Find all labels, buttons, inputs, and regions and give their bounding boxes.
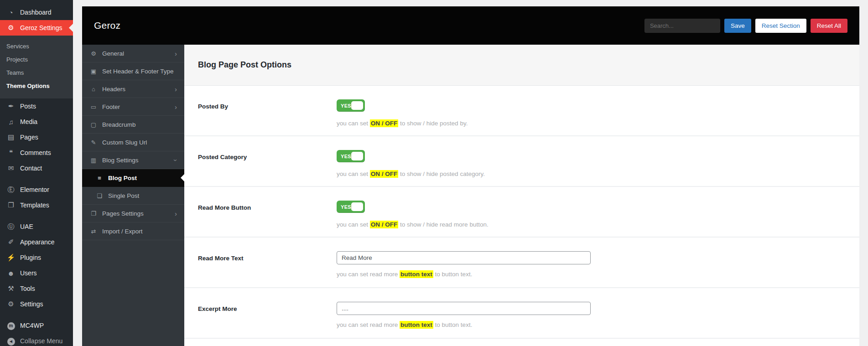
topbar-actions: Save Reset Section Reset All bbox=[645, 19, 847, 33]
footer-icon: ▭ bbox=[89, 103, 98, 110]
toggle-on-label: YES bbox=[341, 204, 351, 210]
sidebar-item-appearance[interactable]: ✐Appearance bbox=[0, 234, 73, 250]
sidebar-item-settings[interactable]: ⚙Settings bbox=[0, 296, 73, 312]
option-control: YESyou can set ON / OFF to show / hide r… bbox=[337, 201, 846, 237]
sidebar-item-tools[interactable]: ⚒Tools bbox=[0, 281, 73, 296]
options-nav-item-general[interactable]: ⚙General› bbox=[82, 45, 184, 62]
submenu-item-services[interactable]: Services bbox=[0, 40, 73, 53]
chevron-right-icon: › bbox=[175, 50, 177, 57]
options-nav-item-label: General bbox=[102, 50, 124, 57]
options-nav-item-footer[interactable]: ▭Footer› bbox=[82, 98, 184, 116]
toggle-knob bbox=[351, 152, 363, 160]
options-nav-item-headers[interactable]: ⌂Headers› bbox=[82, 80, 184, 98]
gear-icon: ⚙ bbox=[6, 24, 16, 32]
collapse-icon: ◄ bbox=[6, 336, 16, 346]
sidebar-item-elementor[interactable]: ⒺElementor bbox=[0, 182, 73, 197]
reset-all-button[interactable]: Reset All bbox=[811, 19, 847, 33]
submenu-item-teams[interactable]: Teams bbox=[0, 66, 73, 79]
geroz-settings-submenu: ServicesProjectsTeamsTheme Options bbox=[0, 36, 73, 98]
list-icon: ≡ bbox=[95, 175, 104, 181]
options-nav-item-custom-slug-url[interactable]: ✎Custom Slug Url bbox=[82, 134, 184, 151]
option-control: YESyou can set ON / OFF to show / hide p… bbox=[337, 150, 846, 186]
mc4wp-icon: m bbox=[7, 322, 15, 330]
options-nav-item-blog-post[interactable]: ≡Blog Post bbox=[82, 169, 184, 187]
book-icon: ▥ bbox=[89, 157, 98, 164]
description-text: you can set bbox=[337, 170, 370, 177]
toggle-read-more-button[interactable]: YES bbox=[337, 201, 365, 213]
options-nav-item-label: Blog Post bbox=[108, 175, 137, 181]
collapse-icon: ◄ bbox=[7, 338, 15, 346]
option-control: YESyou can set ON / OFF to show / hide p… bbox=[337, 99, 846, 135]
options-nav-item-import-export[interactable]: ⇄Import / Export bbox=[82, 222, 184, 240]
toggle-knob bbox=[351, 101, 363, 110]
reset-section-button[interactable]: Reset Section bbox=[755, 19, 806, 33]
panel-body: ⚙General›▣Set Header & Footer Type⌂Heade… bbox=[82, 45, 859, 346]
description-highlight: button text bbox=[400, 321, 433, 329]
save-button[interactable]: Save bbox=[724, 19, 751, 33]
chevron-right-icon: › bbox=[175, 85, 177, 93]
description-highlight: button text bbox=[400, 270, 433, 278]
sidebar-item-media[interactable]: ♫Media bbox=[0, 114, 73, 129]
option-label: Read More Button bbox=[198, 201, 337, 237]
options-nav-item-breadcrumb[interactable]: ▢Breadcrumb bbox=[82, 116, 184, 134]
sidebar-gap bbox=[0, 213, 73, 219]
excerpt-more-input[interactable] bbox=[337, 302, 591, 315]
panel-topbar: Geroz Save Reset Section Reset All bbox=[82, 6, 859, 45]
options-nav-item-label: Headers bbox=[102, 86, 125, 93]
description-highlight: ON / OFF bbox=[370, 119, 399, 127]
submenu-item-theme-options[interactable]: Theme Options bbox=[0, 79, 73, 93]
edit-icon: ✎ bbox=[89, 139, 98, 146]
options-nav-item-label: Single Post bbox=[108, 192, 139, 199]
sidebar-gap bbox=[0, 176, 73, 182]
options-nav-item-single-post[interactable]: ❏Single Post bbox=[82, 187, 184, 205]
sidebar-item-label: Comments bbox=[20, 149, 51, 156]
sidebar-item-contact[interactable]: ✉Contact bbox=[0, 160, 73, 176]
sidebar-item-geroz-settings[interactable]: ⚙Geroz Settings bbox=[0, 20, 73, 36]
sidebar-item-mc4wp[interactable]: mMC4WP bbox=[0, 318, 73, 333]
option-control: you can set read more button text to but… bbox=[337, 302, 846, 338]
options-nav-item-label: Breadcrumb bbox=[102, 121, 136, 128]
sidebar-item-label: Media bbox=[20, 118, 37, 125]
sidebar-item-collapse-menu[interactable]: ◄Collapse Menu bbox=[0, 333, 73, 346]
option-row-read-more-button: Read More ButtonYESyou can set ON / OFF … bbox=[184, 187, 859, 238]
sidebar-item-comments[interactable]: ❝Comments bbox=[0, 145, 73, 160]
description-text: to show / hide posted category. bbox=[398, 170, 485, 177]
description-text: you can set bbox=[337, 120, 370, 127]
option-label: Posted Category bbox=[198, 150, 337, 186]
sidebar-item-dashboard[interactable]: ◔Dashboard bbox=[0, 5, 73, 20]
geroz-logo: Geroz bbox=[94, 20, 120, 31]
options-nav-item-label: Import / Export bbox=[102, 228, 143, 235]
page-title: Blog Page Post Options bbox=[198, 60, 291, 70]
sidebar-item-uae[interactable]: ⓊUAE bbox=[0, 219, 73, 234]
description-text: to show / hide read more button. bbox=[398, 221, 488, 228]
geroz-theme-options-page: ◔Dashboard⚙Geroz SettingsServicesProject… bbox=[0, 0, 868, 346]
content-area: Blog Page Post Options Posted ByYESyou c… bbox=[184, 45, 859, 346]
toggle-knob bbox=[351, 202, 363, 211]
options-nav-item-label: Blog Settings bbox=[102, 157, 139, 164]
options-nav-item-blog-settings[interactable]: ▥Blog Settings› bbox=[82, 151, 184, 169]
sidebar-item-label: Users bbox=[20, 269, 37, 277]
breadcrumb-icon: ▢ bbox=[89, 121, 98, 128]
option-description: you can set ON / OFF to show / hide post… bbox=[337, 170, 846, 177]
options-nav-item-set-header-footer-type[interactable]: ▣Set Header & Footer Type bbox=[82, 62, 184, 80]
option-row-excerpt-more: Excerpt Moreyou can set read more button… bbox=[184, 288, 859, 339]
option-description: you can set read more button text to but… bbox=[337, 271, 846, 278]
sidebar-item-label: Plugins bbox=[20, 254, 41, 261]
search-input[interactable] bbox=[645, 19, 720, 33]
sidebar-item-label: Posts bbox=[20, 103, 36, 110]
option-label: Read More Text bbox=[198, 251, 337, 287]
submenu-item-projects[interactable]: Projects bbox=[0, 53, 73, 66]
sidebar-item-users[interactable]: ☻Users bbox=[0, 265, 73, 281]
options-nav-item-pages-settings[interactable]: ❐Pages Settings› bbox=[82, 205, 184, 222]
toggle-posted-category[interactable]: YES bbox=[337, 150, 365, 162]
uae-icon: Ⓤ bbox=[6, 222, 16, 231]
read-more-text-input[interactable] bbox=[337, 251, 591, 264]
sidebar-item-posts[interactable]: ✒Posts bbox=[0, 98, 73, 114]
sidebar-item-plugins[interactable]: ⚡Plugins bbox=[0, 250, 73, 265]
sidebar-item-templates[interactable]: ❐Templates bbox=[0, 197, 73, 213]
toggle-posted-by[interactable]: YES bbox=[337, 99, 365, 112]
chevron-right-icon: › bbox=[175, 103, 177, 111]
theme-options-panel: Geroz Save Reset Section Reset All ⚙Gene… bbox=[82, 6, 859, 346]
sidebar-item-pages[interactable]: ▤Pages bbox=[0, 129, 73, 145]
options-nav-item-label: Set Header & Footer Type bbox=[102, 68, 174, 75]
